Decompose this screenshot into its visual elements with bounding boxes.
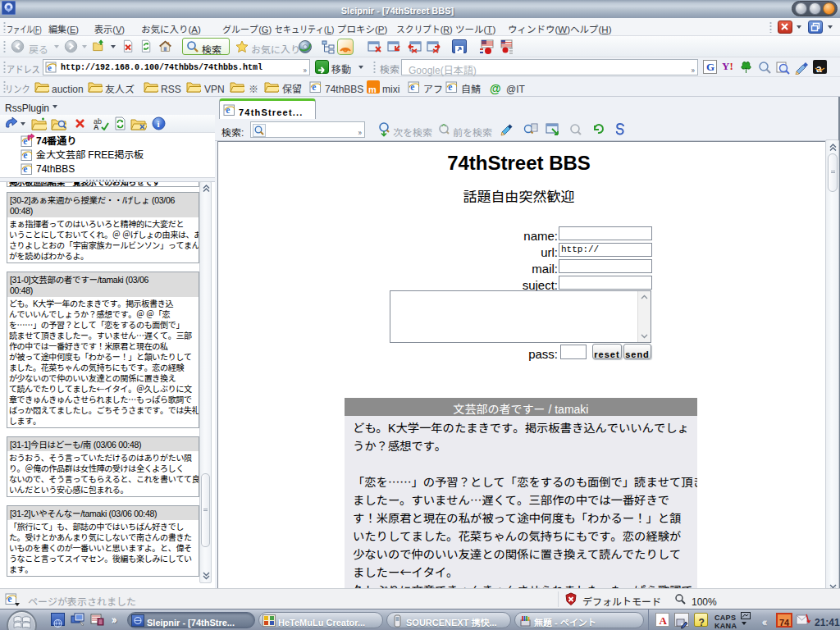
svg-text:i: i	[158, 119, 160, 129]
svg-text:A: A	[94, 123, 99, 130]
